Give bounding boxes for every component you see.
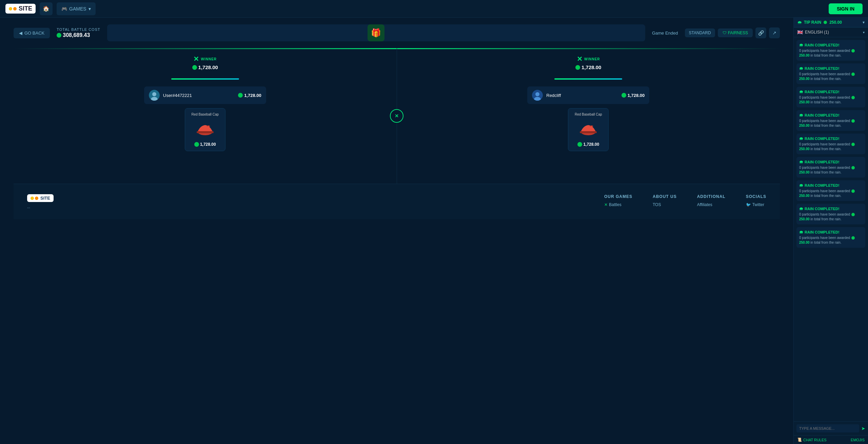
battle-cost-label: TOTAL BATTLE COST (57, 27, 100, 32)
left-winner-x-icon: ✕ (193, 55, 199, 63)
right-bet-value: 1,728.00 (628, 93, 645, 98)
left-winner-label: WINNER (201, 57, 217, 61)
rain-completed-label: RAIN COMPLETED! (805, 137, 840, 141)
battle-cost-block: TOTAL BATTLE COST 308,689.43 (57, 27, 100, 38)
left-item-name: Red Baseball Cap (191, 113, 219, 116)
svg-point-5 (206, 126, 210, 129)
language-label: ENGLISH (1) (805, 30, 829, 35)
battle-header: ◀ GO BACK TOTAL BATTLE COST 308,689.43 🎁… (14, 24, 780, 41)
right-sidebar: 🌧 TIP RAIN 250.00 ▾ 🇬🇧 ENGLISH (1) ▾ 🌧 R… (793, 18, 868, 444)
rain-completed-icon: 🌧 (799, 183, 803, 188)
footer-logo-dot-yellow (31, 197, 34, 200)
rain-completed-icon: 🌧 (799, 230, 803, 235)
right-winner-value: 1,728.00 (581, 64, 601, 70)
battle-side-right: ✕ WINNER 1,728.00 Redcliff (397, 48, 780, 184)
right-progress-fill (554, 78, 622, 80)
footer-tagline: ... (27, 205, 584, 209)
chat-rain-header: 🌧 RAIN COMPLETED! (799, 230, 863, 235)
rain-completed-label: RAIN COMPLETED! (805, 43, 840, 47)
go-back-button[interactable]: ◀ GO BACK (14, 28, 50, 38)
rain-completed-label: RAIN COMPLETED! (805, 66, 840, 70)
rain-completed-label: RAIN COMPLETED! (805, 230, 840, 234)
chat-rain-item: 🌧 RAIN COMPLETED! 0 participants have be… (796, 180, 865, 201)
sign-in-button[interactable]: SIGN IN (829, 3, 863, 14)
footer-tos-link[interactable]: TOS (653, 202, 677, 207)
footer-logo-text: SITE (40, 196, 50, 201)
home-button[interactable]: 🏠 (40, 2, 53, 15)
rain-completed-icon: 🌧 (799, 160, 803, 164)
footer-additional-label: ADDITIONAL (697, 194, 726, 199)
right-player-name: Redcliff (546, 93, 618, 98)
chat-rain-body: 0 participants have been awarded 250.00 … (799, 236, 863, 245)
left-item-image (195, 119, 215, 139)
fairness-label: FAIRNESS (728, 31, 748, 35)
left-winner-badge: ✕ WINNER (193, 55, 217, 63)
right-winner-x-icon: ✕ (577, 55, 583, 63)
fairness-button[interactable]: 🛡 FAIRNESS (718, 28, 753, 37)
battles-label: Battles (609, 202, 622, 207)
right-player-row: Redcliff 1,728.00 (527, 86, 649, 104)
footer-twitter-link[interactable]: 🐦 Twitter (746, 202, 766, 207)
rain-coin-icon (851, 143, 855, 146)
affiliates-label: Affiliates (697, 202, 712, 207)
left-player-avatar (149, 90, 160, 101)
rain-coin-icon (851, 73, 855, 76)
chat-send-button[interactable]: ➤ (861, 426, 865, 431)
footer: SITE ... OUR GAMES ✕ Battles ABOUT US TO… (14, 184, 780, 219)
chat-input[interactable] (796, 424, 859, 432)
chat-rain-item: 🌧 RAIN COMPLETED! 0 participants have be… (796, 110, 865, 131)
rain-completed-icon: 🌧 (799, 89, 803, 94)
link-button[interactable]: 🔗 (755, 27, 766, 38)
chat-rain-item: 🌧 RAIN COMPLETED! 0 participants have be… (796, 87, 865, 107)
footer-logo: SITE (27, 194, 54, 202)
flag-icon: 🇬🇧 (797, 29, 803, 35)
right-items-area: Red Baseball Cap (404, 108, 773, 151)
svg-point-1 (152, 92, 156, 96)
left-progress-bar (171, 78, 239, 80)
chat-rain-item: 🌧 RAIN COMPLETED! 0 participants have be… (796, 157, 865, 178)
chat-rain-item: 🌧 RAIN COMPLETED! 0 participants have be… (796, 134, 865, 154)
tip-rain-label: TIP RAIN (804, 20, 821, 25)
footer-battles-link[interactable]: ✕ Battles (604, 202, 632, 207)
lang-chevron-icon: ▾ (863, 31, 865, 34)
rain-amount: 250.00 (799, 170, 810, 174)
chat-rain-body: 0 participants have been awarded 250.00 … (799, 72, 863, 81)
rain-completed-icon: 🌧 (799, 206, 803, 211)
chat-rain-header: 🌧 RAIN COMPLETED! (799, 183, 863, 188)
left-player-bet: 1,728.00 (238, 93, 261, 98)
left-player-row: User#4472221 1,728.00 (144, 86, 266, 104)
battle-status-bar: 🎁 (107, 24, 645, 41)
right-winner-amount: 1,728.00 (575, 64, 601, 70)
right-coin-icon (575, 65, 580, 70)
right-progress-bar (554, 78, 622, 80)
chat-rules-bar[interactable]: 📜 CHAT RULES EMOJIS (794, 435, 868, 444)
rain-amount: 250.00 (799, 77, 810, 81)
games-label: GAMES (69, 6, 86, 12)
tip-rain-bar[interactable]: 🌧 TIP RAIN 250.00 ▾ (794, 18, 868, 27)
footer-additional: ADDITIONAL Affiliates (697, 194, 726, 209)
footer-affiliates-link[interactable]: Affiliates (697, 202, 726, 207)
left-items-area: Red Baseball Cap (20, 108, 390, 151)
right-player-avatar (532, 90, 543, 101)
games-menu-button[interactable]: 🎮 GAMES ▾ (57, 2, 96, 15)
logo-site-text: SITE (19, 5, 32, 12)
rain-coin-icon (851, 236, 855, 240)
chat-rain-body: 0 participants have been awarded 250.00 … (799, 95, 863, 105)
right-winner-badge: ✕ WINNER (577, 55, 600, 63)
arrow-left-icon: ◀ (19, 31, 22, 36)
footer-about-us: ABOUT US TOS (653, 194, 677, 209)
language-selector[interactable]: 🇬🇧 ENGLISH (1) ▾ (794, 27, 868, 37)
logo-dot-orange (13, 7, 17, 11)
rain-coin-icon (851, 166, 855, 169)
left-bet-coin-icon (238, 93, 243, 98)
left-progress-fill (171, 78, 239, 80)
right-item-price: 1,728.00 (577, 142, 599, 147)
rain-amount: 250.00 (799, 241, 810, 244)
chat-rain-body: 0 participants have been awarded 250.00 … (799, 119, 863, 128)
share-button[interactable]: ↗ (769, 27, 780, 38)
battle-status-label-wrap: Game Ended (652, 31, 678, 36)
rain-coin-icon (851, 213, 855, 216)
rain-coin-icon (851, 49, 855, 53)
svg-rect-4 (197, 131, 214, 133)
left-coin-icon (192, 65, 197, 70)
